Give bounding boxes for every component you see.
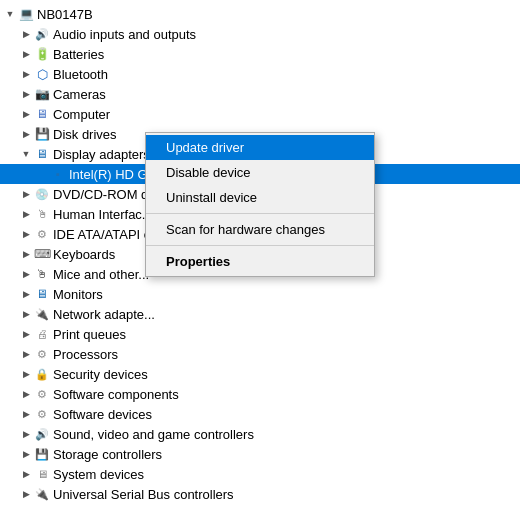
label-sound: Sound, video and game controllers	[53, 427, 520, 442]
label-network: Network adapte...	[53, 307, 520, 322]
icon-proc: ⚙	[34, 346, 50, 362]
tree-item-sound[interactable]: 🔊Sound, video and game controllers	[0, 424, 520, 444]
chevron-batteries	[18, 46, 34, 62]
menu-item-uninstall-device[interactable]: Uninstall device	[146, 185, 374, 210]
icon-human: 🖱	[34, 206, 50, 222]
chevron-swcomp	[18, 386, 34, 402]
icon-sound: 🔊	[34, 426, 50, 442]
icon-monitors: 🖥	[34, 286, 50, 302]
icon-security: 🔒	[34, 366, 50, 382]
tree-item-monitors[interactable]: 🖥Monitors	[0, 284, 520, 304]
icon-computer: 🖥	[34, 106, 50, 122]
tree-item-security[interactable]: 🔒Security devices	[0, 364, 520, 384]
chevron-mice	[18, 266, 34, 282]
chevron-network	[18, 306, 34, 322]
chevron-human	[18, 206, 34, 222]
label-swdev: Software devices	[53, 407, 520, 422]
tree-item-swdev[interactable]: ⚙Software devices	[0, 404, 520, 424]
icon-usb: 🔌	[34, 486, 50, 502]
tree-item-root[interactable]: 💻NB0147B	[0, 4, 520, 24]
icon-swcomp: ⚙	[34, 386, 50, 402]
label-bluetooth: Bluetooth	[53, 67, 520, 82]
tree-item-print[interactable]: 🖨Print queues	[0, 324, 520, 344]
label-cameras: Cameras	[53, 87, 520, 102]
icon-root: 💻	[18, 6, 34, 22]
tree-item-proc[interactable]: ⚙Processors	[0, 344, 520, 364]
label-computer: Computer	[53, 107, 520, 122]
menu-item-properties[interactable]: Properties	[146, 249, 374, 274]
icon-swdev: ⚙	[34, 406, 50, 422]
label-swcomp: Software components	[53, 387, 520, 402]
icon-print: 🖨	[34, 326, 50, 342]
menu-separator	[146, 245, 374, 246]
chevron-print	[18, 326, 34, 342]
menu-separator	[146, 213, 374, 214]
menu-item-disable-device[interactable]: Disable device	[146, 160, 374, 185]
icon-network: 🔌	[34, 306, 50, 322]
chevron-keyboard	[18, 246, 34, 262]
icon-ide: ⚙	[34, 226, 50, 242]
label-security: Security devices	[53, 367, 520, 382]
chevron-storage	[18, 446, 34, 462]
icon-bluetooth: ⬡	[34, 66, 50, 82]
icon-dvd: 💿	[34, 186, 50, 202]
label-usb: Universal Serial Bus controllers	[53, 487, 520, 502]
icon-display: 🖥	[34, 146, 50, 162]
chevron-swdev	[18, 406, 34, 422]
chevron-ide	[18, 226, 34, 242]
tree-item-batteries[interactable]: 🔋Batteries	[0, 44, 520, 64]
context-menu: Update driverDisable deviceUninstall dev…	[145, 132, 375, 277]
tree-item-audio[interactable]: 🔊Audio inputs and outputs	[0, 24, 520, 44]
label-storage: Storage controllers	[53, 447, 520, 462]
chevron-sound	[18, 426, 34, 442]
icon-mice: 🖱	[34, 266, 50, 282]
tree-item-computer[interactable]: 🖥Computer	[0, 104, 520, 124]
label-root: NB0147B	[37, 7, 520, 22]
icon-gpu: ▪	[50, 166, 66, 182]
menu-item-scan-hardware[interactable]: Scan for hardware changes	[146, 217, 374, 242]
chevron-computer	[18, 106, 34, 122]
tree-item-swcomp[interactable]: ⚙Software components	[0, 384, 520, 404]
chevron-usb	[18, 486, 34, 502]
tree-item-storage[interactable]: 💾Storage controllers	[0, 444, 520, 464]
icon-disk: 💾	[34, 126, 50, 142]
chevron-bluetooth	[18, 66, 34, 82]
label-batteries: Batteries	[53, 47, 520, 62]
chevron-monitors	[18, 286, 34, 302]
icon-cameras: 📷	[34, 86, 50, 102]
label-proc: Processors	[53, 347, 520, 362]
label-monitors: Monitors	[53, 287, 520, 302]
chevron-proc	[18, 346, 34, 362]
chevron-cameras	[18, 86, 34, 102]
chevron-security	[18, 366, 34, 382]
chevron-root	[2, 6, 18, 22]
tree-item-sysdev[interactable]: 🖥System devices	[0, 464, 520, 484]
chevron-dvd	[18, 186, 34, 202]
tree-item-bluetooth[interactable]: ⬡Bluetooth	[0, 64, 520, 84]
icon-batteries: 🔋	[34, 46, 50, 62]
chevron-audio	[18, 26, 34, 42]
label-sysdev: System devices	[53, 467, 520, 482]
tree-item-usb[interactable]: 🔌Universal Serial Bus controllers	[0, 484, 520, 504]
label-audio: Audio inputs and outputs	[53, 27, 520, 42]
chevron-sysdev	[18, 466, 34, 482]
icon-storage: 💾	[34, 446, 50, 462]
chevron-disk	[18, 126, 34, 142]
tree-item-cameras[interactable]: 📷Cameras	[0, 84, 520, 104]
tree-item-network[interactable]: 🔌Network adapte...	[0, 304, 520, 324]
icon-keyboard: ⌨	[34, 246, 50, 262]
icon-sysdev: 🖥	[34, 466, 50, 482]
label-print: Print queues	[53, 327, 520, 342]
chevron-display	[18, 146, 34, 162]
menu-item-update-driver[interactable]: Update driver	[146, 135, 374, 160]
icon-audio: 🔊	[34, 26, 50, 42]
